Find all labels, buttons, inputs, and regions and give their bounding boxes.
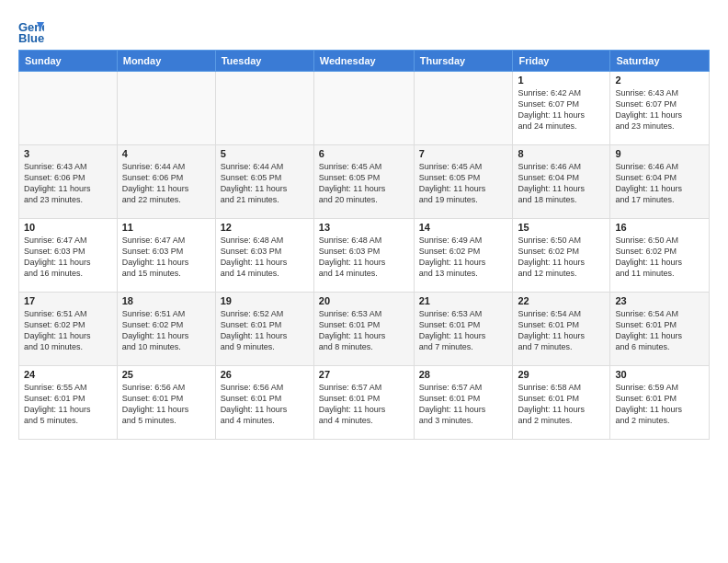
calendar-cell: 9Sunrise: 6:46 AM Sunset: 6:04 PM Daylig…	[610, 145, 710, 219]
calendar-cell: 6Sunrise: 6:45 AM Sunset: 6:05 PM Daylig…	[313, 145, 414, 219]
logo: General Blue	[18, 18, 48, 44]
calendar-cell: 16Sunrise: 6:50 AM Sunset: 6:02 PM Dayli…	[610, 219, 710, 293]
calendar-week-1: 1Sunrise: 6:42 AM Sunset: 6:07 PM Daylig…	[19, 72, 710, 145]
calendar-cell: 2Sunrise: 6:43 AM Sunset: 6:07 PM Daylig…	[610, 72, 710, 145]
calendar-cell: 23Sunrise: 6:54 AM Sunset: 6:01 PM Dayli…	[610, 293, 710, 366]
day-info: Sunrise: 6:57 AM Sunset: 6:01 PM Dayligh…	[419, 382, 508, 427]
calendar-cell: 1Sunrise: 6:42 AM Sunset: 6:07 PM Daylig…	[513, 72, 610, 145]
day-info: Sunrise: 6:53 AM Sunset: 6:01 PM Dayligh…	[419, 308, 508, 353]
calendar-cell	[414, 72, 513, 145]
page-container: General Blue SundayMondayTuesdayWednesda…	[0, 0, 728, 449]
day-info: Sunrise: 6:48 AM Sunset: 6:03 PM Dayligh…	[319, 235, 409, 280]
day-info: Sunrise: 6:46 AM Sunset: 6:04 PM Dayligh…	[518, 161, 605, 206]
day-number: 25	[122, 369, 210, 380]
day-number: 21	[419, 295, 508, 306]
day-info: Sunrise: 6:53 AM Sunset: 6:01 PM Dayligh…	[319, 308, 409, 353]
day-info: Sunrise: 6:45 AM Sunset: 6:05 PM Dayligh…	[419, 161, 508, 206]
day-number: 16	[615, 222, 704, 233]
day-number: 7	[419, 148, 508, 159]
calendar-cell: 10Sunrise: 6:47 AM Sunset: 6:03 PM Dayli…	[19, 219, 118, 293]
day-number: 2	[615, 75, 704, 86]
day-info: Sunrise: 6:52 AM Sunset: 6:01 PM Dayligh…	[221, 308, 309, 353]
day-info: Sunrise: 6:45 AM Sunset: 6:05 PM Dayligh…	[319, 161, 409, 206]
day-info: Sunrise: 6:54 AM Sunset: 6:01 PM Dayligh…	[615, 308, 704, 353]
day-number: 26	[221, 369, 309, 380]
day-number: 3	[24, 148, 112, 159]
calendar-cell	[117, 72, 215, 145]
day-number: 5	[221, 148, 309, 159]
calendar-cell: 3Sunrise: 6:43 AM Sunset: 6:06 PM Daylig…	[19, 145, 118, 219]
day-number: 1	[518, 75, 605, 86]
day-number: 4	[122, 148, 210, 159]
calendar-cell: 5Sunrise: 6:44 AM Sunset: 6:05 PM Daylig…	[215, 145, 313, 219]
day-info: Sunrise: 6:43 AM Sunset: 6:06 PM Dayligh…	[24, 161, 112, 206]
day-number: 28	[419, 369, 508, 380]
day-info: Sunrise: 6:56 AM Sunset: 6:01 PM Dayligh…	[122, 382, 210, 427]
calendar-cell	[313, 72, 414, 145]
day-number: 30	[615, 369, 704, 380]
svg-text:Blue: Blue	[18, 31, 44, 44]
calendar-cell: 29Sunrise: 6:58 AM Sunset: 6:01 PM Dayli…	[513, 366, 610, 440]
day-info: Sunrise: 6:50 AM Sunset: 6:02 PM Dayligh…	[615, 235, 704, 280]
calendar-cell: 18Sunrise: 6:51 AM Sunset: 6:02 PM Dayli…	[117, 293, 215, 366]
calendar-cell: 24Sunrise: 6:55 AM Sunset: 6:01 PM Dayli…	[19, 366, 118, 440]
logo-icon: General Blue	[18, 18, 44, 44]
day-info: Sunrise: 6:46 AM Sunset: 6:04 PM Dayligh…	[615, 161, 704, 206]
day-info: Sunrise: 6:42 AM Sunset: 6:07 PM Dayligh…	[518, 87, 605, 132]
day-info: Sunrise: 6:51 AM Sunset: 6:02 PM Dayligh…	[122, 308, 210, 353]
day-info: Sunrise: 6:55 AM Sunset: 6:01 PM Dayligh…	[24, 382, 112, 427]
day-info: Sunrise: 6:49 AM Sunset: 6:02 PM Dayligh…	[419, 235, 508, 280]
calendar-cell: 19Sunrise: 6:52 AM Sunset: 6:01 PM Dayli…	[215, 293, 313, 366]
day-number: 12	[221, 222, 309, 233]
day-number: 20	[319, 295, 409, 306]
day-info: Sunrise: 6:57 AM Sunset: 6:01 PM Dayligh…	[319, 382, 409, 427]
calendar-cell: 17Sunrise: 6:51 AM Sunset: 6:02 PM Dayli…	[19, 293, 118, 366]
day-number: 9	[615, 148, 704, 159]
calendar-cell: 26Sunrise: 6:56 AM Sunset: 6:01 PM Dayli…	[215, 366, 313, 440]
day-info: Sunrise: 6:56 AM Sunset: 6:01 PM Dayligh…	[221, 382, 309, 427]
calendar-cell: 14Sunrise: 6:49 AM Sunset: 6:02 PM Dayli…	[414, 219, 513, 293]
day-number: 14	[419, 222, 508, 233]
day-header-saturday: Saturday	[610, 51, 710, 72]
day-header-monday: Monday	[117, 51, 215, 72]
calendar-cell: 8Sunrise: 6:46 AM Sunset: 6:04 PM Daylig…	[513, 145, 610, 219]
day-number: 10	[24, 222, 112, 233]
calendar-header-row: SundayMondayTuesdayWednesdayThursdayFrid…	[19, 51, 710, 72]
day-info: Sunrise: 6:47 AM Sunset: 6:03 PM Dayligh…	[122, 235, 210, 280]
calendar-cell: 7Sunrise: 6:45 AM Sunset: 6:05 PM Daylig…	[414, 145, 513, 219]
calendar-cell	[19, 72, 118, 145]
day-number: 17	[24, 295, 112, 306]
day-number: 23	[615, 295, 704, 306]
day-header-thursday: Thursday	[414, 51, 513, 72]
calendar-cell	[215, 72, 313, 145]
day-header-wednesday: Wednesday	[313, 51, 414, 72]
calendar-cell: 15Sunrise: 6:50 AM Sunset: 6:02 PM Dayli…	[513, 219, 610, 293]
header: General Blue	[18, 15, 710, 44]
calendar-cell: 21Sunrise: 6:53 AM Sunset: 6:01 PM Dayli…	[414, 293, 513, 366]
calendar-cell: 30Sunrise: 6:59 AM Sunset: 6:01 PM Dayli…	[610, 366, 710, 440]
calendar-cell: 13Sunrise: 6:48 AM Sunset: 6:03 PM Dayli…	[313, 219, 414, 293]
calendar-cell: 11Sunrise: 6:47 AM Sunset: 6:03 PM Dayli…	[117, 219, 215, 293]
day-info: Sunrise: 6:54 AM Sunset: 6:01 PM Dayligh…	[518, 308, 605, 353]
day-number: 15	[518, 222, 605, 233]
day-info: Sunrise: 6:44 AM Sunset: 6:05 PM Dayligh…	[221, 161, 309, 206]
day-header-sunday: Sunday	[19, 51, 118, 72]
day-number: 27	[319, 369, 409, 380]
calendar-table: SundayMondayTuesdayWednesdayThursdayFrid…	[18, 50, 710, 440]
calendar-week-5: 24Sunrise: 6:55 AM Sunset: 6:01 PM Dayli…	[19, 366, 710, 440]
day-header-tuesday: Tuesday	[215, 51, 313, 72]
day-info: Sunrise: 6:47 AM Sunset: 6:03 PM Dayligh…	[24, 235, 112, 280]
day-info: Sunrise: 6:48 AM Sunset: 6:03 PM Dayligh…	[221, 235, 309, 280]
day-info: Sunrise: 6:59 AM Sunset: 6:01 PM Dayligh…	[615, 382, 704, 427]
day-number: 18	[122, 295, 210, 306]
calendar-cell: 12Sunrise: 6:48 AM Sunset: 6:03 PM Dayli…	[215, 219, 313, 293]
day-info: Sunrise: 6:44 AM Sunset: 6:06 PM Dayligh…	[122, 161, 210, 206]
calendar-cell: 20Sunrise: 6:53 AM Sunset: 6:01 PM Dayli…	[313, 293, 414, 366]
calendar-week-2: 3Sunrise: 6:43 AM Sunset: 6:06 PM Daylig…	[19, 145, 710, 219]
day-info: Sunrise: 6:58 AM Sunset: 6:01 PM Dayligh…	[518, 382, 605, 427]
day-number: 24	[24, 369, 112, 380]
day-number: 19	[221, 295, 309, 306]
day-number: 29	[518, 369, 605, 380]
day-info: Sunrise: 6:43 AM Sunset: 6:07 PM Dayligh…	[615, 87, 704, 132]
day-number: 6	[319, 148, 409, 159]
